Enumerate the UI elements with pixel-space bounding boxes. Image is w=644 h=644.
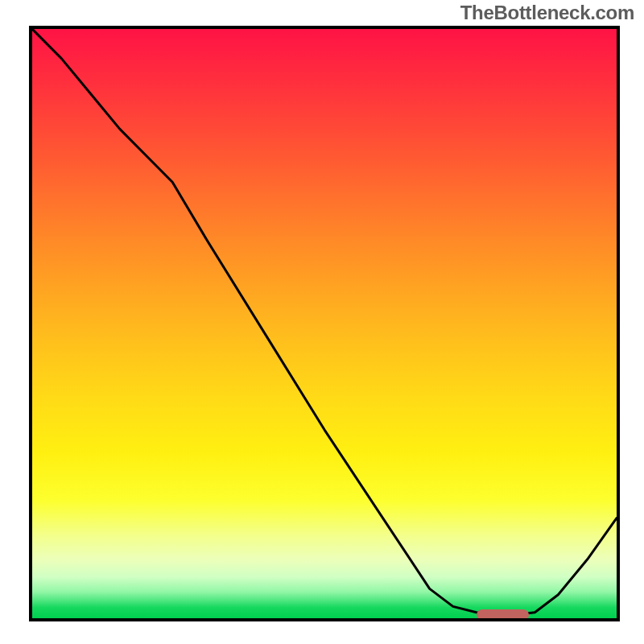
chart-container: TheBottleneck.com [0, 0, 644, 644]
optimal-range-marker [477, 609, 529, 621]
watermark-label: TheBottleneck.com [460, 2, 634, 24]
plot-area [29, 26, 620, 621]
bottleneck-curve [32, 29, 617, 618]
